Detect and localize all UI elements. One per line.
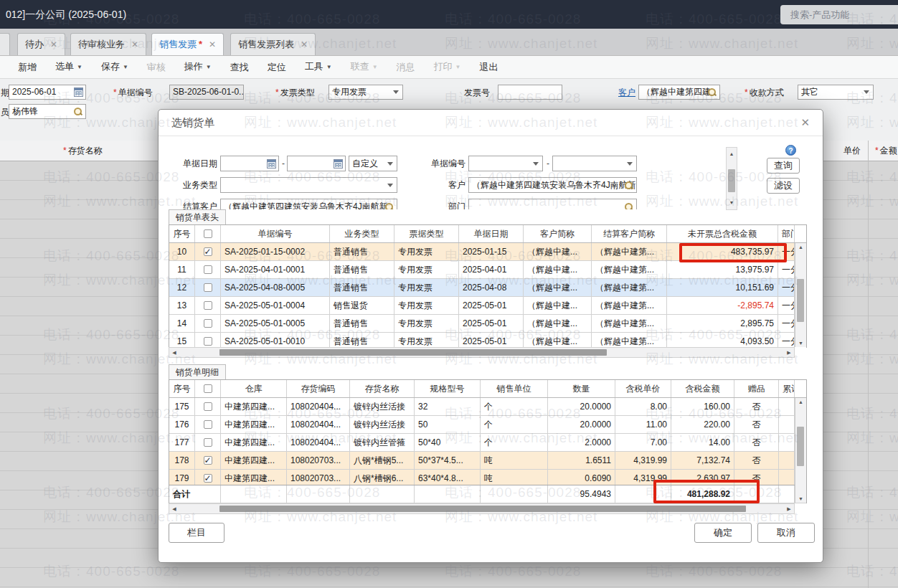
cell-check[interactable] [195,398,221,415]
table-row[interactable]: 14SA-2025-05-01-0005普通销售专用发票2025-05-01（辉… [169,315,806,333]
toolbar-item-定位[interactable]: 定位 [258,56,296,79]
scroll-right-icon[interactable]: ▶ [784,348,794,358]
scroll-down-icon[interactable]: ▼ [795,496,806,501]
cell-check[interactable] [195,470,221,485]
detail-table-hscrollbar[interactable]: ◀ ▶ [169,503,795,514]
filter-date-to[interactable] [287,156,346,171]
invoice-type-select[interactable]: 专用发票 [329,85,403,100]
filter-docno-to[interactable] [552,156,637,171]
row-checkbox[interactable] [204,319,212,328]
scroll-down-icon[interactable]: ▼ [727,198,737,208]
cancel-button[interactable]: 取消 [757,523,815,543]
table-row[interactable]: 12SA-2025-04-08-0005普通销售专用发票2025-04-08（辉… [169,279,806,297]
section-tab-detail[interactable]: 销货单明细 [169,364,226,379]
columns-button[interactable]: 栏目 [169,523,225,543]
tab-销售发票[interactable]: 销售发票*✕ [151,33,224,55]
query-button[interactable]: 查询 [767,158,800,174]
filter-biztype-select[interactable] [220,177,397,193]
scroll-thumb[interactable] [728,169,735,192]
cell-check[interactable] [195,333,221,348]
table-row[interactable]: 178中建第四建...108020703...八钢*槽钢5...50*37*4.… [169,452,806,470]
row-checkbox[interactable] [204,337,212,346]
scroll-thumb[interactable] [219,349,607,356]
scroll-down-icon[interactable]: ▼ [795,341,806,346]
toolbar-item-选单[interactable]: 选单▼ [46,55,92,79]
row-checkbox[interactable] [204,247,212,256]
scroll-left-icon[interactable]: ◀ [169,348,179,358]
table-vscrollbar[interactable]: ▲▼ [795,243,806,347]
customer-input[interactable]: （辉越中建第四建 [638,85,720,100]
table-row[interactable]: 13SA-2025-05-01-0004销售退货专用发票2025-05-01（辉… [169,297,806,315]
tab-待办[interactable]: 待办✕ [17,33,65,55]
row-checkbox[interactable] [204,265,212,274]
tab-close-icon[interactable]: ✕ [50,39,57,49]
filter-customer-input[interactable]: （辉越中建第四建筑安装乌鲁木齐4J南航新 [468,177,637,193]
row-checkbox[interactable] [204,438,212,447]
table-row[interactable]: 176中建第四建...108020404...镀锌内丝活接50个20.00001… [169,416,806,434]
cell-check[interactable] [195,315,221,332]
filter-scrollbar[interactable]: ▲ ▼ [726,147,737,210]
column-header-check[interactable] [195,225,221,242]
cell-check[interactable] [195,279,221,296]
select-all-checkbox[interactable] [204,384,212,393]
tab-销售发票列表[interactable]: 销售发票列表✕ [230,33,316,55]
toolbar-item-保存[interactable]: 保存▼ [92,55,138,79]
filterset-button[interactable]: 滤设 [767,178,800,194]
date-input[interactable]: 2025-06-01 [9,85,86,100]
table-row[interactable]: 11SA-2025-04-01-0001普通销售专用发票2025-04-01（辉… [169,261,806,279]
filter-date-from[interactable] [220,156,279,171]
tab-close-icon[interactable]: ✕ [301,39,308,49]
scroll-left-icon[interactable]: ◀ [169,504,179,514]
docno-input[interactable]: SB-2025-06-01-0... [169,85,244,100]
row-checkbox[interactable] [204,456,212,465]
filter-dept-input[interactable] [468,199,637,209]
filter-date-preset-select[interactable]: 自定义 [349,156,397,171]
scroll-up-icon[interactable]: ▲ [795,399,806,404]
row-checkbox[interactable] [204,283,212,292]
table-vscrollbar[interactable]: ▲▼ [795,398,806,503]
cell-check[interactable] [195,261,221,278]
column-header-check[interactable] [195,380,221,397]
cell-check[interactable] [195,452,221,469]
payment-select[interactable]: 其它 [798,85,874,100]
calendar-icon[interactable] [334,159,343,169]
select-all-checkbox[interactable] [204,229,212,238]
row-checkbox[interactable] [204,402,212,411]
scroll-up-icon[interactable]: ▲ [795,245,806,250]
salesman-input[interactable]: 杨伟锋 [9,104,86,119]
tab-fragment[interactable] [0,33,10,55]
scroll-thumb[interactable] [219,506,746,512]
toolbar-item-操作[interactable]: 操作▼ [175,55,221,79]
scroll-right-icon[interactable]: ▶ [784,504,794,514]
invoice-no-input[interactable] [498,85,562,100]
ok-button[interactable]: 确定 [694,523,752,543]
magnifier-icon[interactable] [385,203,394,209]
cell-check[interactable] [195,434,221,451]
filter-docno-from[interactable] [468,156,543,171]
cell-check[interactable] [195,243,221,260]
toolbar-item-工具[interactable]: 工具▼ [296,55,341,79]
magnifier-icon[interactable] [708,88,717,97]
table-row[interactable]: 15SA-2025-05-01-0010普通销售专用发票2025-05-01（辉… [169,333,806,348]
row-checkbox[interactable] [204,420,212,429]
section-tab-header[interactable]: 销货单表头 [169,209,226,224]
close-icon[interactable]: ✕ [800,115,810,130]
scroll-thumb[interactable] [797,279,804,322]
table-row[interactable]: 175中建第四建...108020404...镀锌内丝活接32个20.00008… [169,398,806,416]
tab-close-icon[interactable]: ✕ [131,39,138,49]
tab-待审核业务[interactable]: 待审核业务✕ [70,33,146,55]
scroll-thumb[interactable] [797,427,804,466]
header-table-hscrollbar[interactable]: ◀ ▶ [169,347,795,358]
cell-check[interactable] [195,416,221,433]
magnifier-icon[interactable] [74,108,82,116]
row-checkbox[interactable] [204,301,212,310]
calendar-icon[interactable] [74,87,83,97]
cell-check[interactable] [195,297,221,314]
search-input[interactable]: 搜索-产品功能 [780,5,898,24]
toolbar-item-查找[interactable]: 查找 [221,56,258,79]
magnifier-icon[interactable] [625,203,633,209]
help-icon[interactable]: ? [785,145,796,156]
scroll-up-icon[interactable]: ▲ [727,149,737,159]
toolbar-item-退出[interactable]: 退出 [471,56,508,79]
magnifier-icon[interactable] [625,181,633,190]
